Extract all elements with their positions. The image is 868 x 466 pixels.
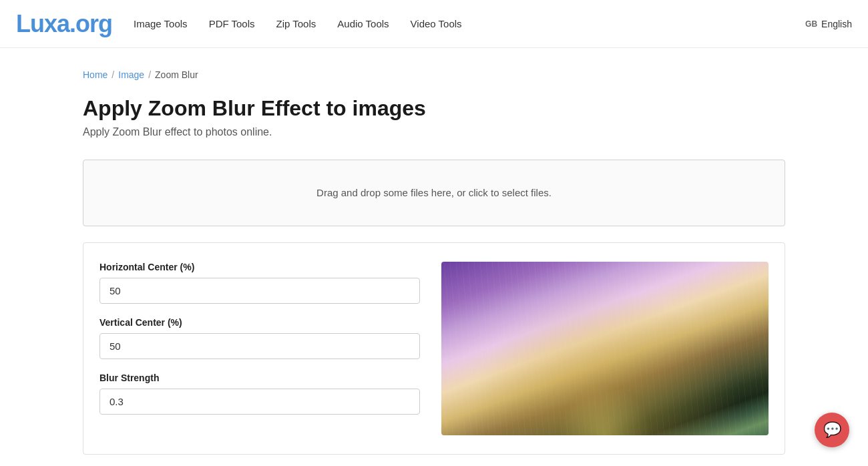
nav-zip-tools[interactable]: Zip Tools — [276, 18, 316, 29]
page-subtitle: Apply Zoom Blur effect to photos online. — [83, 126, 785, 138]
breadcrumb-image[interactable]: Image — [118, 69, 144, 80]
main-content: Home / Image / Zoom Blur Apply Zoom Blur… — [67, 48, 801, 466]
chat-button[interactable]: 💬 — [815, 413, 849, 447]
breadcrumb-home[interactable]: Home — [83, 69, 107, 80]
lang-label: English — [821, 19, 852, 29]
controls-section: Horizontal Center (%) Vertical Center (%… — [99, 262, 420, 415]
preview-image — [441, 262, 769, 435]
site-header: Luxa.org Image Tools PDF Tools Zip Tools… — [0, 0, 868, 48]
file-dropzone[interactable]: Drag and drop some files here, or click … — [83, 160, 785, 226]
vertical-center-input[interactable] — [99, 333, 420, 359]
blur-strength-input[interactable] — [99, 389, 420, 415]
horizontal-center-input[interactable] — [99, 278, 420, 304]
nav-audio-tools[interactable]: Audio Tools — [337, 18, 389, 29]
site-logo[interactable]: Luxa.org — [16, 10, 112, 38]
blur-strength-label: Blur Strength — [99, 373, 420, 383]
main-nav: Image Tools PDF Tools Zip Tools Audio To… — [134, 18, 805, 29]
blur-strength-field: Blur Strength — [99, 373, 420, 415]
breadcrumb-sep-1: / — [112, 69, 114, 80]
vertical-center-label: Vertical Center (%) — [99, 317, 420, 328]
language-selector[interactable]: GB English — [805, 19, 852, 29]
chat-icon: 💬 — [823, 423, 841, 437]
breadcrumb: Home / Image / Zoom Blur — [83, 69, 785, 80]
breadcrumb-current: Zoom Blur — [155, 69, 198, 80]
lang-flag: GB — [805, 19, 817, 29]
horizontal-center-field: Horizontal Center (%) — [99, 262, 420, 304]
horizontal-center-label: Horizontal Center (%) — [99, 262, 420, 272]
nav-image-tools[interactable]: Image Tools — [134, 18, 188, 29]
page-title: Apply Zoom Blur Effect to images — [83, 96, 785, 121]
nav-video-tools[interactable]: Video Tools — [411, 18, 462, 29]
settings-panel: Horizontal Center (%) Vertical Center (%… — [83, 242, 785, 455]
breadcrumb-sep-2: / — [148, 69, 151, 80]
vertical-center-field: Vertical Center (%) — [99, 317, 420, 359]
dropzone-text: Drag and drop some files here, or click … — [316, 187, 552, 198]
nav-pdf-tools[interactable]: PDF Tools — [209, 18, 255, 29]
preview-area — [441, 262, 769, 435]
